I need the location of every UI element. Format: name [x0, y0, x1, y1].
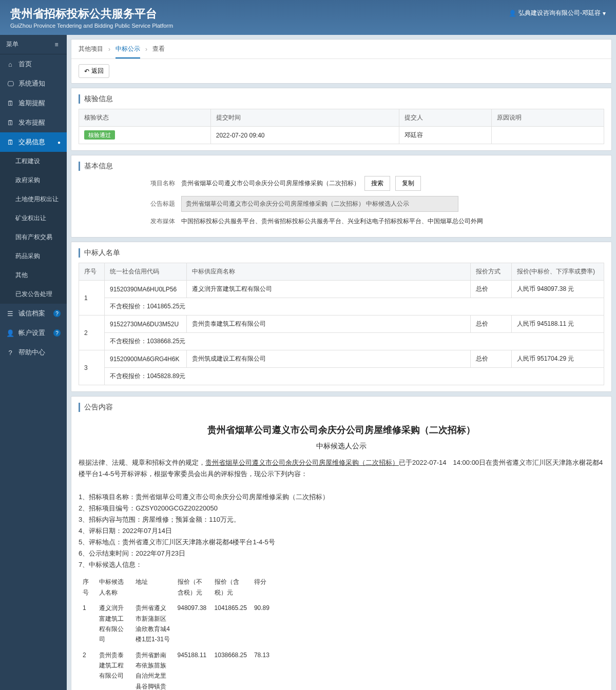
- cell: 不含税报价：1041865.25元: [105, 298, 604, 316]
- menu-header: 菜单 ≡: [0, 35, 67, 54]
- section-title: 公告内容: [79, 403, 604, 412]
- monitor-icon: 🖵: [6, 80, 14, 88]
- th: 报价（含税）元: [211, 575, 250, 600]
- th: 报价方式: [471, 263, 512, 281]
- cell: 1: [80, 601, 95, 647]
- form-label: 项目名称: [79, 179, 181, 188]
- sub-item[interactable]: 政府采购: [0, 171, 67, 190]
- sub-item[interactable]: 国有产权交易: [0, 228, 67, 247]
- sub-item[interactable]: 工程建设: [0, 152, 67, 171]
- section-title: 基本信息: [79, 162, 604, 171]
- th: 中标候选人名称: [96, 575, 131, 600]
- th: 得分: [251, 575, 273, 600]
- breadcrumb-item[interactable]: 中标公示: [116, 45, 140, 58]
- user-icon: 👤: [6, 329, 14, 337]
- line: 7、中标候选人信息：: [79, 559, 604, 570]
- sub-item[interactable]: 矿业权出让: [0, 209, 67, 228]
- sidebar-item-label: 帐户设置: [18, 328, 45, 338]
- sidebar-item-credit[interactable]: ☰诚信档案?: [0, 304, 67, 323]
- sub-item[interactable]: 其他: [0, 266, 67, 285]
- table-row: 不含税报价：1038668.25元: [79, 333, 604, 350]
- cell: 人民币 948097.38 元: [512, 281, 604, 298]
- breadcrumb-panel: 其他项目 › 中标公示 › 查看 ↶返回: [71, 39, 612, 84]
- th: 报价（不含税）元: [175, 575, 210, 600]
- cell: 总价: [471, 281, 512, 298]
- winners-panel: 中标人名单 序号 统一社会信用代码 中标供应商名称 报价方式 报价(中标价、下浮…: [71, 242, 612, 392]
- sidebar-item-label: 土地使用权出让: [15, 195, 59, 204]
- cell: 不含税报价：1038668.25元: [105, 333, 604, 350]
- th: 统一社会信用代码: [105, 263, 187, 281]
- content: 其他项目 › 中标公示 › 查看 ↶返回 核验信息 核验状态 提交时间 提交人 …: [67, 35, 616, 690]
- breadcrumb: 其他项目 › 中标公示 › 查看: [71, 40, 611, 59]
- menu-label: 菜单: [6, 40, 18, 49]
- table-row: 不含税报价：1045828.89元: [79, 368, 604, 385]
- menu-collapse-icon[interactable]: ≡: [52, 41, 61, 49]
- sidebar-item-label: 交易信息: [18, 137, 45, 147]
- table-row: 1遵义润升富建筑工程有限公司贵州省遵义市新蒲新区渝欣教育城4楼1层1-31号94…: [80, 601, 273, 647]
- cell: 3: [79, 350, 105, 385]
- platform-title: 贵州省招标投标公共服务平台: [10, 6, 173, 22]
- cell: 2022-07-20 09:40: [210, 127, 399, 144]
- cell: 贵州贵泰建筑工程有限公司: [187, 316, 471, 333]
- cell: 91520390MA6HU0LP56: [105, 281, 187, 298]
- sidebar-item-label: 政府采购: [15, 176, 40, 185]
- sidebar-item-home[interactable]: ⌂首页: [0, 54, 67, 74]
- list-icon: ☰: [6, 309, 14, 318]
- sidebar-item-label: 首页: [18, 60, 32, 69]
- sidebar-item-help[interactable]: ?帮助中心: [0, 343, 67, 362]
- sub-item[interactable]: 已发公告处理: [0, 285, 67, 304]
- back-icon: ↶: [84, 68, 89, 75]
- th: 序号: [79, 263, 105, 281]
- cell: 贵州省黔南布依族苗族自治州龙里县谷脚镇贵龙社区（云栖谷）: [132, 648, 173, 690]
- sub-item[interactable]: 土地使用权出让: [0, 190, 67, 209]
- th: 报价(中标价、下浮率或费率): [512, 263, 604, 281]
- table-row: 291522730MA6DU3M52U贵州贵泰建筑工程有限公司总价人民币 945…: [79, 316, 604, 333]
- th: 提交人: [399, 109, 492, 127]
- form-value: 中国招标投标公共服务平台、贵州省招标投标公共服务平台、兴业利达电子招标投标平台、…: [181, 217, 604, 226]
- text: 贵州省烟草公司遵义市公司余庆分公司房屋维修采购（二次招标）: [205, 459, 399, 466]
- sidebar-item-account[interactable]: 👤帐户设置?: [0, 323, 67, 343]
- sidebar-item-label: 逾期提醒: [18, 98, 45, 108]
- line: 2、招标项目编号：GZSY0200GCGZ20220050: [79, 503, 604, 514]
- help-badge: ?: [53, 329, 61, 337]
- verify-table: 核验状态 提交时间 提交人 原因说明 核验通过 2022-07-20 09:40…: [79, 109, 604, 144]
- search-button[interactable]: 搜索: [364, 176, 390, 191]
- sidebar-item-label: 帮助中心: [18, 348, 45, 357]
- cell: 贵州贵泰建筑工程有限公司: [96, 648, 131, 690]
- cell: 邓廷容: [399, 127, 492, 144]
- cell: 贵州省遵义市新蒲新区渝欣教育城4楼1层1-31号: [132, 601, 173, 647]
- sidebar-item-publish[interactable]: 🗓发布提醒: [0, 113, 67, 132]
- line: 4、评标日期：2022年07月14日: [79, 525, 604, 537]
- sidebar-item-notice[interactable]: 🖵系统通知: [0, 74, 67, 93]
- breadcrumb-item[interactable]: 其他项目: [79, 45, 103, 53]
- back-button[interactable]: ↶返回: [79, 64, 109, 78]
- header: 贵州省招标投标公共服务平台 GuiZhou Province Tendering…: [0, 0, 616, 35]
- sidebar-item-overdue[interactable]: 🗓逾期提醒: [0, 93, 67, 113]
- notice-content: 贵州省烟草公司遵义市公司余庆分公司房屋维修采购（二次招标） 中标候选人公示 根据…: [71, 417, 611, 690]
- table-row: 核验通过 2022-07-20 09:40 邓廷容: [79, 127, 604, 144]
- chevron-down-icon: ▾: [603, 10, 606, 17]
- collapse-icon: ●: [57, 140, 61, 145]
- form-value: 贵州省烟草公司遵义市公司余庆分公司房屋维修采购（二次招标） 搜索 复制: [181, 176, 604, 191]
- verify-panel: 核验信息 核验状态 提交时间 提交人 原因说明 核验通过 2022-07-20 …: [71, 88, 612, 151]
- user-menu[interactable]: 👤 弘典建设咨询有限公司-邓廷容 ▾: [508, 9, 606, 17]
- copy-button[interactable]: 复制: [395, 176, 421, 191]
- sub-item[interactable]: 药品采购: [0, 247, 67, 266]
- sidebar-item-label: 发布提醒: [18, 118, 45, 127]
- notice-title-input[interactable]: 贵州省烟草公司遵义市公司余庆分公司房屋维修采购（二次招标） 中标候选人公示: [181, 196, 458, 212]
- cell: 人民币 951704.29 元: [512, 350, 604, 368]
- basic-panel: 基本信息 项目名称 贵州省烟草公司遵义市公司余庆分公司房屋维修采购（二次招标） …: [71, 155, 612, 238]
- notice-title: 贵州省烟草公司遵义市公司余庆分公司房屋维修采购（二次招标）: [79, 422, 604, 438]
- table-row: 2贵州贵泰建筑工程有限公司贵州省黔南布依族苗族自治州龙里县谷脚镇贵龙社区（云栖谷…: [80, 648, 273, 690]
- table-row: 191520390MA6HU0LP56遵义润升富建筑工程有限公司总价人民币 94…: [79, 281, 604, 298]
- platform-subtitle: GuiZhou Province Tendering and Bidding P…: [10, 23, 173, 29]
- calendar-icon: 🗓: [6, 138, 14, 146]
- sidebar-item-label: 已发公告处理: [15, 290, 52, 299]
- sidebar-item-trade[interactable]: 🗓交易信息●: [0, 132, 67, 152]
- line: 3、招标内容与范围：房屋维修；预算金额：110万元。: [79, 514, 604, 525]
- section-title: 核验信息: [79, 94, 604, 104]
- sidebar-item-label: 国有产权交易: [15, 233, 52, 242]
- winners-table: 序号 统一社会信用代码 中标供应商名称 报价方式 报价(中标价、下浮率或费率) …: [79, 263, 604, 385]
- cell: 948097.38: [175, 601, 210, 647]
- cell: 91522730MA6DU3M52U: [105, 316, 187, 333]
